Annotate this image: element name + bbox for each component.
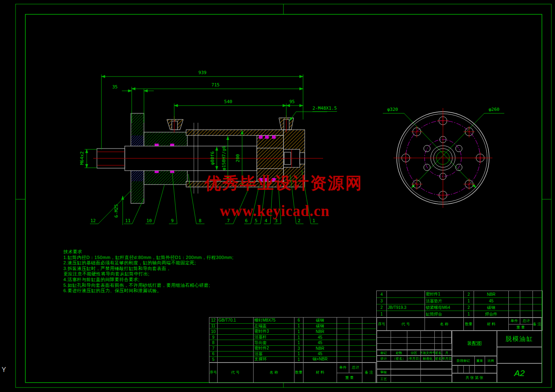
header-code: 代 号: [387, 318, 425, 330]
drawing-number-box: [497, 347, 542, 363]
process-label: 工艺: [377, 376, 391, 382]
cell-note: [362, 345, 376, 351]
cell-note: [362, 334, 376, 340]
header-weight: 重 量: [509, 324, 533, 330]
header-total: 总计: [520, 318, 533, 324]
cell-material: NBR: [303, 329, 337, 334]
header-weight: 重 量: [337, 373, 362, 383]
cell-note: [533, 297, 542, 304]
cell-qty: 1: [294, 340, 303, 345]
cell-total-weight: [520, 291, 533, 297]
tech-line: 6.要进行液压缸的压力、保压时间和泄漏试验。: [63, 288, 234, 294]
cell-code: [387, 291, 425, 297]
design-label: 设计: [377, 356, 391, 361]
cell-unit-weight: [509, 311, 520, 317]
header-name: 名 称: [425, 318, 464, 330]
cell-no: 5: [209, 356, 218, 362]
cell-qty: 1: [294, 351, 303, 357]
revision-empty-grid: [376, 331, 452, 350]
cell-note: [362, 351, 376, 357]
dim-rod-dia-label: φ80f6: [210, 147, 215, 169]
rev-date-label: 年、月、日: [442, 350, 452, 355]
cell-total-weight: [349, 329, 362, 334]
header-no: 序号: [209, 363, 218, 383]
cell-no: 12: [209, 318, 218, 323]
standardization-label: 标准化: [421, 356, 435, 361]
signature-placeholder: （签名）: [435, 356, 442, 361]
cell-total-weight: [349, 323, 362, 329]
table-row: 12 GB/T70.1 螺钉M8X75 6 碳钢: [209, 318, 377, 323]
dim-95-label: 95: [284, 99, 300, 104]
cell-unit-weight: [337, 323, 349, 329]
dim-flange-thread-label: 6-M25: [114, 201, 119, 221]
dim-35-label: 35: [110, 84, 120, 90]
cell-name: 密封件3: [254, 329, 294, 334]
signature-placeholder: （签名）: [391, 356, 407, 361]
rev-sign-label: 签名: [435, 350, 442, 355]
callout-10: 10: [146, 218, 155, 223]
check-label: 审核: [377, 369, 391, 375]
cad-drawing-canvas: 939 715 35 540 95 2-M48X1.5 M64x2 6-M25 …: [0, 0, 555, 392]
cell-qty: 3: [294, 345, 303, 351]
cell-code: [218, 340, 254, 345]
rev-count-label: 处数: [391, 350, 407, 355]
dim-540-label: 540: [216, 99, 240, 104]
cell-total-weight: [349, 351, 362, 357]
header-unit: 单件: [509, 318, 520, 324]
signature-row: 设计 （签名） （年月日） 标准化 （签名） （年月日）: [376, 356, 452, 361]
cell-name: 锁紧螺母M64: [425, 304, 464, 311]
dim-bore-dia-label: φ150H7/g6: [221, 141, 227, 176]
cell-no: 3: [377, 297, 387, 304]
table-header: 序号 代 号 名 称 数量 材 料 单件 总计 备 注 重 量: [209, 362, 377, 383]
cell-no: 1: [377, 311, 387, 317]
weight-label: 重量: [475, 356, 485, 365]
cell-code: [218, 345, 254, 351]
cell-code: [218, 329, 254, 334]
header-qty: 数量: [464, 318, 474, 330]
callout-9: 9: [171, 218, 179, 223]
cell-total-weight: [349, 356, 362, 362]
cell-no: 4: [377, 291, 387, 297]
rev-zone-label: 分区: [407, 350, 421, 355]
parts-table-lower: 12 GB/T70.1 螺钉M8X75 6 碳钢 11 左端盖 1 碳钢 10 …: [209, 317, 377, 383]
cell-total-weight: [349, 334, 362, 340]
header-material: 材 料: [474, 318, 509, 330]
dim-bolt-circle-label: φ260: [483, 107, 505, 112]
cell-note: [362, 318, 376, 323]
cell-code: [218, 356, 254, 362]
callout-8: 8: [199, 218, 207, 223]
tech-line: 3.拆装液压缸时，严禁用锤敲打缸筒和导向套表面，: [63, 266, 234, 272]
table-row: 4 密封件1 2 NBR: [377, 291, 542, 297]
end-view: [393, 108, 492, 208]
process-row: 工艺: [376, 375, 452, 383]
cell-qty: 6: [294, 318, 303, 323]
table-row: 7 密封件2 3 NBR: [209, 345, 377, 351]
watermark-url: www.keyicad.cn: [220, 202, 330, 220]
stage-label: 阶段标记: [452, 356, 475, 365]
cell-total-weight: [349, 318, 362, 323]
cell-unit-weight: [337, 334, 349, 340]
table-row: 8 导向套 1 45: [209, 340, 377, 345]
cell-unit-weight: [337, 340, 349, 345]
title-block: 标记 处数 分区 更改文件号 签名 年、月、日 设计 （签名） （年月日） 标准…: [376, 331, 542, 383]
cell-unit-weight: [509, 291, 520, 297]
table-row: 10 密封件3 1 NBR: [209, 329, 377, 334]
tech-line: 5.如缸孔和导向套表面有损伤，不许用砂纸打磨，要用细油石精心研磨;: [63, 283, 234, 288]
watermark-site-name: 优秀毕业设计资源网: [204, 172, 363, 194]
date-placeholder: （年月日）: [442, 356, 452, 361]
paper-size-box: A2: [497, 363, 542, 383]
rev-doc-label: 更改文件号: [421, 350, 435, 355]
cell-total-weight: [520, 311, 533, 317]
header-material: 材 料: [303, 363, 337, 383]
cell-qty: 1: [464, 297, 474, 304]
cell-name: 活塞杆: [254, 334, 294, 340]
stage-cells-row: [452, 365, 497, 373]
cell-unit-weight: [337, 345, 349, 351]
technical-requirements: 技术要求 1.缸筒内径D：150mm，缸杆直径d:80mm，缸筒外径D1：200…: [63, 249, 234, 294]
table-row: 5 支撑环 1 钢+NBR: [209, 356, 377, 362]
cell-unit-weight: [337, 329, 349, 334]
cell-name: 密封件2: [254, 345, 294, 351]
cell-material: NBR: [474, 291, 509, 297]
cell-code: [387, 297, 425, 304]
part-title-box: 脱模油缸: [497, 331, 542, 347]
